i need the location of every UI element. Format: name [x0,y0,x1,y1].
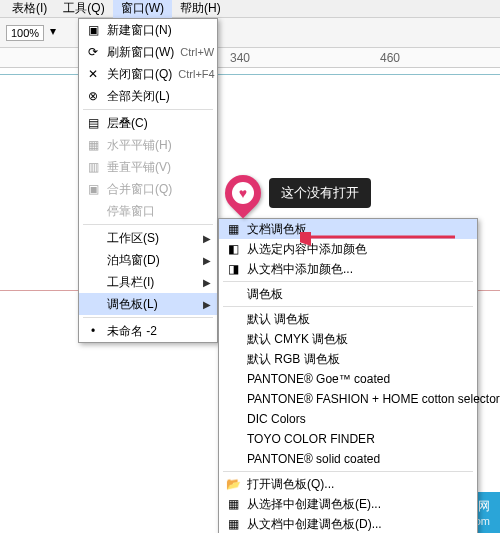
separator [83,317,213,318]
open-icon: 📂 [225,476,241,492]
palette-icon: ▦ [225,221,241,237]
separator [223,471,473,472]
bullet-icon: • [85,323,101,339]
toolbar: 100% ▾ [0,18,500,48]
menu-cascade[interactable]: ▤层叠(C) [79,112,217,134]
add-doc-icon: ◨ [225,261,241,277]
create-icon: ▦ [225,496,241,512]
menu-close-all[interactable]: ⊗全部关闭(L) [79,85,217,107]
ruler-tick: 460 [380,51,400,65]
submenu-create-from-sel[interactable]: ▦从选择中创建调色板(E)... [219,494,477,514]
close-all-icon: ⊗ [85,88,101,104]
new-window-icon: ▣ [85,22,101,38]
heart-icon: ♥ [232,182,254,204]
menu-tables[interactable]: 表格(I) [4,0,55,19]
menu-workspace[interactable]: 工作区(S)▶ [79,227,217,249]
submenu-def-rgb[interactable]: 默认 RGB 调色板 [219,349,477,369]
window-menu-dropdown: ▣新建窗口(N) ⟳刷新窗口(W)Ctrl+W ✕关闭窗口(Q)Ctrl+F4 … [78,18,218,343]
submenu-dic[interactable]: DIC Colors [219,409,477,429]
menu-help[interactable]: 帮助(H) [172,0,229,19]
menu-unnamed-doc[interactable]: •未命名 -2 [79,320,217,342]
chevron-right-icon: ▶ [203,277,211,288]
zoom-input[interactable]: 100% [6,25,44,41]
menu-v-tile: ▥垂直平铺(V) [79,156,217,178]
submenu-def-cmyk[interactable]: 默认 CMYK 调色板 [219,329,477,349]
submenu-toyo[interactable]: TOYO COLOR FINDER [219,429,477,449]
callout-text: 这个没有打开 [269,178,371,208]
menu-refresh-window[interactable]: ⟳刷新窗口(W)Ctrl+W [79,41,217,63]
submenu-pantone-solid[interactable]: PANTONE® solid coated [219,449,477,469]
menu-toolbars[interactable]: 工具栏(I)▶ [79,271,217,293]
annotation-arrow [300,232,460,262]
submenu-def-palette[interactable]: 默认 调色板 [219,309,477,329]
refresh-icon: ⟳ [85,44,101,60]
menubar: 表格(I) 工具(Q) 窗口(W) 帮助(H) [0,0,500,18]
menu-docker: 停靠窗口 [79,200,217,222]
palettes-submenu: ▦文档调色板 ◧从选定内容中添加颜色 ◨从文档中添加颜色... 调色板 默认 调… [218,218,478,533]
close-icon: ✕ [85,66,101,82]
menu-palettes[interactable]: 调色板(L)▶ [79,293,217,315]
menu-close-window[interactable]: ✕关闭窗口(Q)Ctrl+F4 [79,63,217,85]
pin-icon: ♥ [218,168,269,219]
guide-line [0,74,500,75]
submenu-palette[interactable]: 调色板 [219,284,477,304]
separator [223,281,473,282]
submenu-create-from-doc[interactable]: ▦从文档中创建调色板(D)... [219,514,477,533]
dropdown-icon[interactable]: ▾ [50,24,68,42]
submenu-open-palette[interactable]: 📂打开调色板(Q)... [219,474,477,494]
cascade-icon: ▤ [85,115,101,131]
menu-dockers[interactable]: 泊坞窗(D)▶ [79,249,217,271]
create-doc-icon: ▦ [225,516,241,532]
submenu-pantone-goe[interactable]: PANTONE® Goe™ coated [219,369,477,389]
ruler-tick: 340 [230,51,250,65]
separator [223,306,473,307]
menu-window[interactable]: 窗口(W) [113,0,172,19]
combine-icon: ▣ [85,181,101,197]
separator [83,109,213,110]
submenu-pantone-fh[interactable]: PANTONE® FASHION + HOME cotton selector [219,389,477,409]
v-tile-icon: ▥ [85,159,101,175]
chevron-right-icon: ▶ [203,233,211,244]
chevron-right-icon: ▶ [203,255,211,266]
add-icon: ◧ [225,241,241,257]
annotation-callout: ♥ 这个没有打开 [225,175,371,211]
ruler-horizontal: 220 340 460 [0,48,500,68]
menu-tools[interactable]: 工具(Q) [55,0,112,19]
separator [83,224,213,225]
submenu-add-from-doc[interactable]: ◨从文档中添加颜色... [219,259,477,279]
chevron-right-icon: ▶ [203,299,211,310]
menu-combine: ▣合并窗口(Q) [79,178,217,200]
menu-new-window[interactable]: ▣新建窗口(N) [79,19,217,41]
h-tile-icon: ▦ [85,137,101,153]
menu-h-tile: ▦水平平铺(H) [79,134,217,156]
